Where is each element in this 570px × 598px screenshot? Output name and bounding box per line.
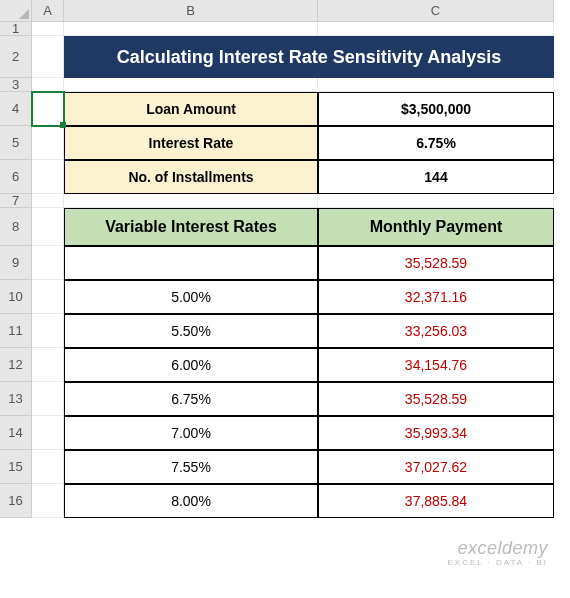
rate-cell[interactable]: 5.00%: [64, 280, 318, 314]
payment-cell[interactable]: 35,528.59: [318, 382, 554, 416]
cell-B3[interactable]: [64, 78, 318, 92]
cell-A14[interactable]: [32, 416, 64, 450]
rate-cell[interactable]: [64, 246, 318, 280]
payment-cell[interactable]: 32,371.16: [318, 280, 554, 314]
rate-cell[interactable]: 7.00%: [64, 416, 318, 450]
payment-cell[interactable]: 33,256.03: [318, 314, 554, 348]
cell-C3[interactable]: [318, 78, 554, 92]
col-header-B[interactable]: B: [64, 0, 318, 22]
row-header-12[interactable]: 12: [0, 348, 32, 382]
col-header-C[interactable]: C: [318, 0, 554, 22]
select-all-corner[interactable]: [0, 0, 32, 22]
title-cell[interactable]: Calculating Interest Rate Sensitivity An…: [64, 36, 554, 78]
cell-A11[interactable]: [32, 314, 64, 348]
row-header-13[interactable]: 13: [0, 382, 32, 416]
payment-cell[interactable]: 34,154.76: [318, 348, 554, 382]
row-header-1[interactable]: 1: [0, 22, 32, 36]
payment-cell[interactable]: 35,528.59: [318, 246, 554, 280]
row-header-2[interactable]: 2: [0, 36, 32, 78]
cell-A4-selected[interactable]: [32, 92, 64, 126]
cell-A7[interactable]: [32, 194, 64, 208]
rate-cell[interactable]: 6.75%: [64, 382, 318, 416]
interest-rate-value[interactable]: 6.75%: [318, 126, 554, 160]
payment-cell[interactable]: 35,993.34: [318, 416, 554, 450]
cell-A9[interactable]: [32, 246, 64, 280]
interest-rate-label[interactable]: Interest Rate: [64, 126, 318, 160]
installments-label[interactable]: No. of Installments: [64, 160, 318, 194]
cell-A16[interactable]: [32, 484, 64, 518]
watermark: exceldemy EXCEL · DATA · BI: [447, 539, 548, 568]
cell-B1[interactable]: [64, 22, 318, 36]
cell-C1[interactable]: [318, 22, 554, 36]
col-header-A[interactable]: A: [32, 0, 64, 22]
cell-A12[interactable]: [32, 348, 64, 382]
cell-A13[interactable]: [32, 382, 64, 416]
cell-A5[interactable]: [32, 126, 64, 160]
row-header-7[interactable]: 7: [0, 194, 32, 208]
cell-C7[interactable]: [318, 194, 554, 208]
row-header-5[interactable]: 5: [0, 126, 32, 160]
cell-A2[interactable]: [32, 36, 64, 78]
payment-cell[interactable]: 37,027.62: [318, 450, 554, 484]
row-header-4[interactable]: 4: [0, 92, 32, 126]
rate-cell[interactable]: 5.50%: [64, 314, 318, 348]
row-header-15[interactable]: 15: [0, 450, 32, 484]
loan-amount-value[interactable]: $3,500,000: [318, 92, 554, 126]
row-header-9[interactable]: 9: [0, 246, 32, 280]
table-header-payment[interactable]: Monthly Payment: [318, 208, 554, 246]
rate-cell[interactable]: 8.00%: [64, 484, 318, 518]
rate-cell[interactable]: 6.00%: [64, 348, 318, 382]
cell-A10[interactable]: [32, 280, 64, 314]
row-header-16[interactable]: 16: [0, 484, 32, 518]
rate-cell[interactable]: 7.55%: [64, 450, 318, 484]
cell-A15[interactable]: [32, 450, 64, 484]
cell-B7[interactable]: [64, 194, 318, 208]
row-header-3[interactable]: 3: [0, 78, 32, 92]
row-header-11[interactable]: 11: [0, 314, 32, 348]
row-header-14[interactable]: 14: [0, 416, 32, 450]
loan-amount-label[interactable]: Loan Amount: [64, 92, 318, 126]
watermark-line2: EXCEL · DATA · BI: [447, 559, 548, 568]
table-header-rates[interactable]: Variable Interest Rates: [64, 208, 318, 246]
cell-A8[interactable]: [32, 208, 64, 246]
cell-A3[interactable]: [32, 78, 64, 92]
row-header-10[interactable]: 10: [0, 280, 32, 314]
row-header-8[interactable]: 8: [0, 208, 32, 246]
installments-value[interactable]: 144: [318, 160, 554, 194]
row-header-6[interactable]: 6: [0, 160, 32, 194]
payment-cell[interactable]: 37,885.84: [318, 484, 554, 518]
cell-A6[interactable]: [32, 160, 64, 194]
spreadsheet-grid: A B C 1 2 Calculating Interest Rate Sens…: [0, 0, 570, 518]
watermark-line1: exceldemy: [447, 539, 548, 559]
cell-A1[interactable]: [32, 22, 64, 36]
